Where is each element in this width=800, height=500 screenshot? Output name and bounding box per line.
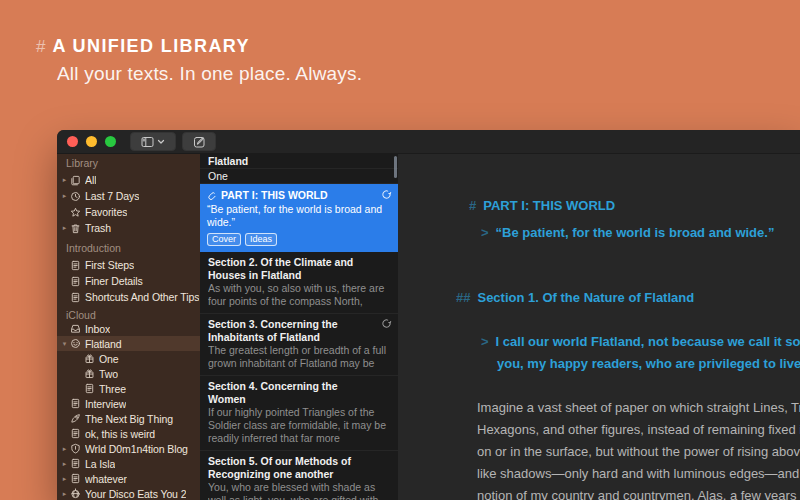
disclosure-triangle-icon[interactable]: ▸ <box>60 224 69 232</box>
sheet-preview: As with you, so also with us, there are … <box>208 282 390 308</box>
sidebar-item-three[interactable]: ▸ Three <box>57 381 200 396</box>
editor-blockquote-2-line1: >I call our world Flatland, not because … <box>481 334 800 349</box>
hero-title: A UNIFIED LIBRARY <box>52 36 249 57</box>
editor-heading2: ##Section 1. Of the Nature of Flatland <box>456 290 694 305</box>
sheet-row[interactable]: Section 2. Of the Climate and Houses in … <box>200 252 398 314</box>
close-button[interactable] <box>67 136 78 147</box>
sidebar-item-your-disco[interactable]: ▸ Your Disco Eats You 2 <box>57 486 200 500</box>
markdown-h1-marker: # <box>469 198 476 213</box>
group-breadcrumb[interactable]: Flatland <box>200 154 398 169</box>
sidebar-item-two[interactable]: ▸ Two <box>57 366 200 381</box>
sidebar-item-wrld-blog[interactable]: ▸ Wrld D0m1n4tion Blog <box>57 441 200 456</box>
sidebar-item-whatever[interactable]: ▸ whatever <box>57 471 200 486</box>
sidebar-section-header: Introduction <box>57 242 200 254</box>
sidebar-section-header: iCloud <box>57 309 200 321</box>
sheet-row[interactable]: Section 4. Concerning the Women If our h… <box>200 376 398 451</box>
sidebar-item-label: Your Disco Eats You 2 <box>85 488 186 500</box>
chevron-down-icon <box>157 138 165 146</box>
editor-blockquote-2-text: I call our world Flatland, not because w… <box>496 334 800 349</box>
sidebar-item-la-isla[interactable]: ▸ La Isla <box>57 456 200 471</box>
rocket-icon <box>70 413 81 424</box>
disclosure-triangle-icon[interactable]: ▸ <box>60 176 69 184</box>
sheet-row[interactable]: Section 3. Concerning the Inhabitants of… <box>200 314 398 376</box>
minimize-button[interactable] <box>86 136 97 147</box>
tag-badge[interactable]: Ideas <box>245 233 277 246</box>
disclosure-triangle-icon[interactable]: ▸ <box>60 490 69 498</box>
zoom-button[interactable] <box>105 136 116 147</box>
sidebar-item-label: La Isla <box>85 458 115 470</box>
sidebar-item-ok-this-is-weird[interactable]: ▸ ok, this is weird <box>57 426 200 441</box>
sidebar-item-interview[interactable]: ▸ Interview <box>57 396 200 411</box>
sheet-title: Section 2. Of the Climate and Houses in … <box>208 256 390 282</box>
disclosure-triangle-icon[interactable]: ▸ <box>60 460 69 468</box>
sidebar-item-trash[interactable]: ▸ Trash <box>57 220 200 236</box>
sidebar-item-flatland[interactable]: ▾ Flatland <box>57 336 200 351</box>
disclosure-triangle-icon[interactable]: ▸ <box>60 475 69 483</box>
sidebar-item-label: Shortcuts And Other Tips <box>85 291 199 303</box>
disclosure-triangle-open-icon[interactable]: ▾ <box>60 340 69 348</box>
tag-badge[interactable]: Cover <box>207 233 241 246</box>
hero-subtitle: All your texts. In one place. Always. <box>57 63 362 85</box>
sidebar-item-label: ok, this is weird <box>85 428 155 440</box>
sidebar-item-finer-details[interactable]: ▸ Finer Details <box>57 273 200 289</box>
sidebar-item-label: One <box>99 353 119 365</box>
icloud-section: ▸ Inbox ▾ Flatland ▸ One ▸ Two <box>57 321 200 500</box>
editor-heading1: #PART I: THIS WORLD <box>469 198 615 213</box>
disclosure-triangle-icon[interactable]: ▸ <box>60 192 69 200</box>
sidebar-item-label: Finer Details <box>85 275 143 287</box>
sidebar-item-one[interactable]: ▸ One <box>57 351 200 366</box>
markdown-quote-marker: > <box>481 334 489 349</box>
hero-hash-marker: # <box>36 37 45 57</box>
sidebar-item-favorites[interactable]: ▸ Favorites <box>57 204 200 220</box>
disclosure-triangle-icon[interactable]: ▸ <box>60 445 69 453</box>
sheet-row[interactable]: Section 5. Of our Methods of Recognizing… <box>200 451 398 500</box>
documents-stack-icon <box>70 175 81 186</box>
sidebar-item-label: Favorites <box>85 206 127 218</box>
selected-sheet-preview: “Be patient, for the world is broad and … <box>207 203 383 229</box>
editor-paragraph-line: Hexagons, and other figures, instead of … <box>477 422 800 437</box>
sidebar-item-label: Inbox <box>85 323 110 335</box>
sidebar-item-label: Wrld D0m1n4tion Blog <box>85 443 188 455</box>
paperclip-icon <box>207 191 217 201</box>
inbox-icon <box>70 323 81 334</box>
sidebar-item-label: Trash <box>85 222 111 234</box>
sidebar-item-label: Interview <box>85 398 126 410</box>
library-sidebar: Library ▸ All ▸ Last 7 Days ▸ Favorites … <box>57 154 200 500</box>
screenshot-canvas: { "hero": { "hash": "#", "title": "A UNI… <box>0 0 800 500</box>
sidebar-item-label: Two <box>99 368 118 380</box>
hero-text: # A UNIFIED LIBRARY All your texts. In o… <box>36 36 362 85</box>
editor-blockquote-2-line2: you, my happy readers, who are privilege… <box>497 356 800 371</box>
sheet-icon <box>70 458 81 469</box>
editor-pane[interactable]: #PART I: THIS WORLD >“Be patient, for th… <box>398 154 800 500</box>
scrollbar-thumb[interactable] <box>394 156 397 178</box>
panes-icon <box>141 136 154 148</box>
view-options-button[interactable] <box>130 132 176 151</box>
sheet-list-pane: Flatland One PART I: THIS WORLD “Be pati… <box>200 154 398 500</box>
gift-icon <box>84 368 95 379</box>
sidebar-item-inbox[interactable]: ▸ Inbox <box>57 321 200 336</box>
sync-spinner-icon <box>381 318 392 329</box>
sheet-icon <box>70 276 81 287</box>
sheet-icon <box>70 292 81 303</box>
editor-heading1-text: PART I: THIS WORLD <box>483 198 615 213</box>
editor-paragraph-line: notion of my country and countrymen. Ala… <box>477 488 800 500</box>
sheet-icon <box>70 473 81 484</box>
editor-blockquote-1: >“Be patient, for the world is broad and… <box>481 225 774 240</box>
compose-icon <box>193 136 205 148</box>
editor-blockquote-1-text: “Be patient, for the world is broad and … <box>496 225 775 240</box>
sheet-title: Section 5. Of our Methods of Recognizing… <box>208 455 390 481</box>
sheet-icon <box>70 398 81 409</box>
sidebar-item-next-big-thing[interactable]: ▸ The Next Big Thing <box>57 411 200 426</box>
sidebar-item-label: Three <box>99 383 126 395</box>
sidebar-item-label: Last 7 Days <box>85 190 139 202</box>
sheet-icon <box>84 383 95 394</box>
sheet-breadcrumb[interactable]: One <box>200 169 398 184</box>
sidebar-item-first-steps[interactable]: ▸ First Steps <box>57 257 200 273</box>
selected-sheet-card[interactable]: PART I: THIS WORLD “Be patient, for the … <box>200 184 398 252</box>
sidebar-item-shortcuts[interactable]: ▸ Shortcuts And Other Tips <box>57 289 200 305</box>
new-sheet-button[interactable] <box>182 132 216 151</box>
sidebar-item-last-7-days[interactable]: ▸ Last 7 Days <box>57 188 200 204</box>
sidebar-item-all[interactable]: ▸ All <box>57 172 200 188</box>
smiley-icon <box>70 338 81 349</box>
window-toolbar <box>57 130 800 154</box>
